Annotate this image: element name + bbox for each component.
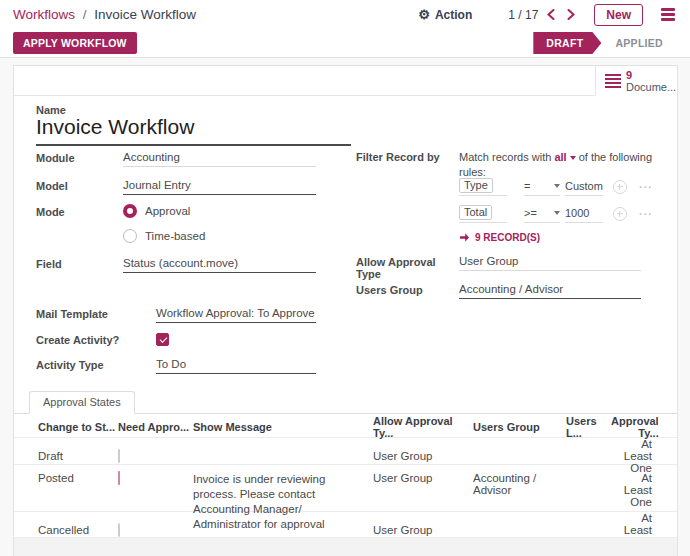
arrow-right-icon	[459, 232, 470, 243]
table-header: Change to St... Need Appro... Show Messa…	[14, 415, 677, 438]
rule2-field[interactable]: Total	[459, 205, 507, 223]
journal-items-icon	[605, 74, 621, 89]
tab-approval-states[interactable]: Approval States	[29, 391, 135, 414]
status-applied[interactable]: APPLIED	[601, 32, 677, 54]
mail-template-input[interactable]: Workflow Approval: To Approve	[156, 307, 316, 323]
chevron-down-icon	[570, 156, 576, 160]
mail-template-label: Mail Template	[36, 307, 156, 320]
mode-option-time-based[interactable]: Time-based	[123, 229, 205, 243]
add-rule-icon[interactable]	[613, 180, 627, 194]
mode-option-approval[interactable]: Approval	[123, 204, 190, 218]
model-row: Model Journal Entry	[36, 179, 316, 195]
mail-template-row: Mail Template Workflow Approval: To Appr…	[36, 307, 316, 323]
activity-type-row: Activity Type To Do	[36, 358, 316, 374]
documents-count: 9	[626, 69, 676, 81]
rule2-more-icon[interactable]: ···	[639, 208, 653, 220]
need-approval-checkbox[interactable]	[118, 523, 120, 537]
main-area: 9 Docume... Name Invoice Workflow Module…	[0, 58, 690, 556]
table-row-draft[interactable]: Draft User Group At Least One	[14, 438, 677, 465]
module-row: Module Accounting	[36, 151, 316, 167]
time-based-radio[interactable]	[123, 229, 137, 243]
create-activity-row: Create Activity?	[36, 333, 169, 346]
rule1-more-icon[interactable]: ···	[639, 181, 653, 193]
rule2-value-input[interactable]: 1000	[565, 207, 603, 223]
status-draft[interactable]: DRAFT	[533, 32, 601, 54]
table-row-cancelled[interactable]: Cancelled User Group At Least One	[14, 512, 677, 538]
allow-approval-type-input[interactable]: User Group	[459, 255, 641, 271]
activity-type-input[interactable]: To Do	[156, 358, 316, 374]
users-group-row: Users Group Accounting / Advisor	[356, 283, 641, 299]
pager-next-icon[interactable]	[564, 8, 578, 22]
col-need-approval[interactable]: Need Appro...	[118, 421, 193, 433]
record-pager: 1 / 17	[508, 8, 578, 22]
filter-intro: Match records with all of the following …	[459, 150, 655, 180]
need-approval-checkbox[interactable]	[118, 471, 120, 485]
new-button[interactable]: New	[594, 4, 643, 26]
create-activity-checkbox[interactable]	[156, 333, 169, 346]
col-show-message[interactable]: Show Message	[193, 421, 373, 433]
users-group-input[interactable]: Accounting / Advisor	[459, 283, 641, 299]
chevron-down-icon	[554, 211, 560, 215]
field-label: Field	[36, 257, 123, 270]
records-count-link[interactable]: 9 RECORD(S)	[459, 232, 540, 243]
add-rule-icon[interactable]	[613, 207, 627, 221]
action-label: Action	[435, 8, 472, 22]
match-mode-select[interactable]: all	[554, 151, 575, 163]
menu-icon[interactable]	[659, 5, 677, 24]
pager-count: 1 / 17	[508, 8, 538, 22]
name-input[interactable]: Invoice Workflow	[36, 115, 351, 146]
mode-label: Mode	[36, 206, 65, 218]
chevron-down-icon	[554, 184, 560, 188]
model-input[interactable]: Journal Entry	[123, 179, 316, 195]
breadcrumb-separator: /	[83, 7, 87, 22]
col-change-to-state[interactable]: Change to St...	[38, 421, 118, 433]
col-approval-type[interactable]: Approval Ty...	[611, 415, 659, 439]
allow-approval-type-row: Allow Approval Type User Group	[356, 255, 641, 280]
table-footer	[14, 538, 677, 556]
col-allow-approval-type[interactable]: Allow Approval Ty...	[373, 415, 473, 439]
field-input[interactable]: Status (account.move)	[123, 257, 316, 273]
filter-rule-2: Total >= 1000 ···	[459, 205, 653, 223]
notebook-tabs: Approval States	[14, 390, 677, 414]
rule1-operator-select[interactable]: =	[524, 180, 560, 196]
need-approval-checkbox[interactable]	[118, 449, 120, 463]
rule2-operator-select[interactable]: >=	[524, 207, 560, 223]
form-card: 9 Docume... Name Invoice Workflow Module…	[13, 65, 678, 556]
action-menu-button[interactable]: ⚙ Action	[418, 7, 472, 22]
field-row: Field Status (account.move)	[36, 257, 316, 273]
action-bar: APPLY WORKFLOW DRAFT APPLIED	[0, 29, 690, 58]
col-users-list[interactable]: Users L...	[566, 415, 611, 439]
documents-label: Docume...	[626, 81, 676, 93]
table-row-posted[interactable]: Posted Invoice is under reviewing proces…	[14, 465, 677, 512]
top-bar: Workflows / Invoice Workflow ⚙ Action 1 …	[0, 0, 690, 29]
filter-rule-1: Type = Custom ···	[459, 178, 653, 196]
breadcrumb-workflows[interactable]: Workflows	[13, 7, 75, 22]
activity-type-label: Activity Type	[36, 358, 156, 371]
rule1-value-select[interactable]: Custom	[565, 180, 603, 196]
documents-stat-button[interactable]: 9 Docume...	[595, 66, 677, 96]
top-controls: ⚙ Action 1 / 17 New	[418, 4, 677, 26]
rule1-field[interactable]: Type	[459, 178, 507, 196]
filter-record-label: Filter Record by	[356, 151, 440, 163]
apply-workflow-button[interactable]: APPLY WORKFLOW	[13, 32, 137, 54]
module-label: Module	[36, 151, 123, 164]
status-bar: DRAFT APPLIED	[533, 32, 677, 54]
gear-icon: ⚙	[418, 7, 430, 22]
model-label: Model	[36, 179, 123, 192]
users-group-label: Users Group	[356, 283, 459, 296]
col-users-group[interactable]: Users Group	[473, 421, 566, 433]
pager-previous-icon[interactable]	[544, 8, 558, 22]
module-input[interactable]: Accounting	[123, 151, 316, 167]
breadcrumb-current: Invoice Workflow	[94, 7, 196, 22]
breadcrumb: Workflows / Invoice Workflow	[13, 7, 196, 22]
allow-approval-type-label: Allow Approval Type	[356, 255, 459, 280]
create-activity-label: Create Activity?	[36, 333, 156, 346]
button-box: 9 Docume...	[14, 66, 677, 96]
approval-radio[interactable]	[123, 204, 137, 218]
